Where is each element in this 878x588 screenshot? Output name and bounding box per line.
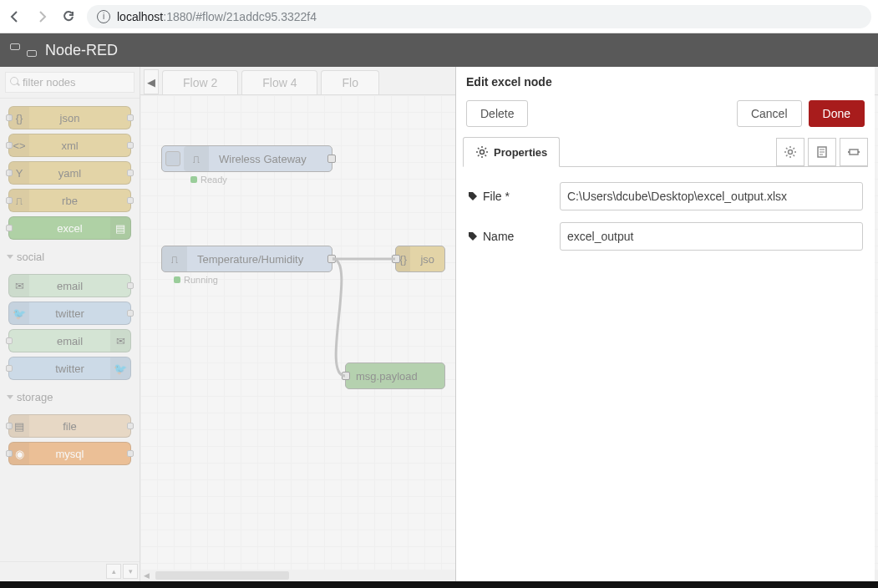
rbe-icon: ⎍ — [9, 190, 29, 211]
url-text: localhost:1880/#flow/21addc95.3322f4 — [117, 10, 317, 23]
palette-node-twitter-out[interactable]: twitter🐦 — [8, 357, 131, 380]
twitter-icon: 🐦 — [110, 357, 130, 379]
browser-chrome: i localhost:1880/#flow/21addc95.3322f4 — [0, 0, 878, 33]
nodered-logo-icon — [10, 43, 37, 57]
palette-filter-input[interactable] — [5, 72, 134, 93]
xml-icon: <> — [9, 134, 29, 156]
delete-button[interactable]: Delete — [466, 100, 528, 127]
file-path-input[interactable] — [560, 182, 863, 210]
address-bar[interactable]: i localhost:1880/#flow/21addc95.3322f4 — [87, 5, 871, 28]
palette-node-file[interactable]: ▤file — [8, 414, 131, 438]
svg-point-1 — [789, 150, 793, 155]
gear-icon — [475, 145, 489, 159]
node-json[interactable]: {} jso — [395, 246, 445, 272]
node-debug[interactable]: msg.payload — [345, 362, 445, 389]
tab-scroll-left[interactable]: ◀ — [144, 69, 159, 94]
node-description-button[interactable] — [808, 138, 836, 166]
window-border — [0, 581, 878, 588]
palette-node-yaml[interactable]: Yyaml — [8, 161, 131, 185]
tab-flow-2[interactable]: Flow 2 — [162, 70, 238, 94]
palette-node-email-out[interactable]: email✉ — [8, 329, 131, 352]
tag-icon — [468, 191, 478, 201]
twitter-icon: 🐦 — [9, 302, 29, 324]
palette-node-xml[interactable]: <>xml — [8, 134, 131, 157]
yaml-icon: Y — [9, 162, 29, 184]
document-icon — [815, 145, 829, 159]
name-field-label: Name — [468, 230, 560, 243]
cancel-button[interactable]: Cancel — [737, 100, 802, 127]
svg-rect-7 — [848, 151, 850, 153]
file-icon: ▤ — [9, 415, 29, 437]
tag-icon — [468, 231, 478, 241]
node-gateway-status: Ready — [190, 175, 227, 185]
appearance-icon — [847, 145, 860, 159]
inject-button[interactable] — [165, 151, 180, 166]
reload-button[interactable] — [60, 8, 77, 25]
mail-icon: ✉ — [110, 330, 130, 352]
palette-node-excel[interactable]: excel▤ — [8, 216, 131, 240]
back-button[interactable] — [7, 8, 23, 25]
node-temperature-humidity[interactable]: ⎍ Temperature/Humidity — [161, 246, 332, 272]
palette-sidebar: {}json <>xml Yyaml ⎍rbe excel▤ social ✉e… — [0, 67, 140, 581]
svg-point-0 — [480, 150, 485, 155]
node-wireless-gateway[interactable]: ⎍ Wireless Gateway — [161, 145, 332, 172]
json-icon: {} — [9, 107, 29, 129]
palette-node-twitter-in[interactable]: 🐦twitter — [8, 302, 131, 325]
palette-node-rbe[interactable]: ⎍rbe — [8, 189, 131, 212]
app-header: Node-RED — [0, 33, 878, 67]
db-icon: ◉ — [9, 443, 29, 464]
node-appearance-button[interactable] — [840, 138, 868, 166]
svg-rect-8 — [858, 151, 860, 153]
edit-node-panel: Edit excel node Delete Cancel Done Prope… — [455, 67, 875, 581]
site-info-icon[interactable]: i — [97, 10, 110, 23]
search-icon — [5, 72, 134, 93]
palette-expand-button[interactable]: ▾ — [123, 564, 138, 579]
tab-flow-partial[interactable]: Flo — [321, 70, 378, 94]
sensor-icon: ⎍ — [162, 246, 187, 271]
palette-node-mysql[interactable]: ◉mysql — [8, 442, 131, 465]
app-title: Node-RED — [45, 42, 118, 59]
file-field-label: File * — [468, 190, 560, 203]
palette-category-storage[interactable]: storage — [3, 384, 136, 410]
svg-rect-6 — [850, 150, 858, 155]
wireless-icon: ⎍ — [184, 146, 209, 171]
done-button[interactable]: Done — [809, 100, 865, 127]
palette-collapse-button[interactable]: ▴ — [106, 564, 121, 579]
palette-category-social[interactable]: social — [3, 244, 136, 270]
forward-button[interactable] — [33, 8, 50, 25]
palette-node-json[interactable]: {}json — [8, 106, 131, 129]
node-name-input[interactable] — [560, 222, 863, 251]
properties-tab[interactable]: Properties — [463, 137, 560, 167]
file-icon: ▤ — [110, 217, 130, 239]
node-temp-status: Running — [174, 275, 218, 285]
node-settings-button[interactable] — [776, 138, 804, 166]
edit-panel-title: Edit excel node — [456, 67, 875, 97]
mail-icon: ✉ — [9, 275, 29, 297]
palette-node-email-in[interactable]: ✉email — [8, 274, 131, 297]
gear-icon — [784, 145, 797, 159]
tab-flow-4[interactable]: Flow 4 — [241, 70, 317, 94]
